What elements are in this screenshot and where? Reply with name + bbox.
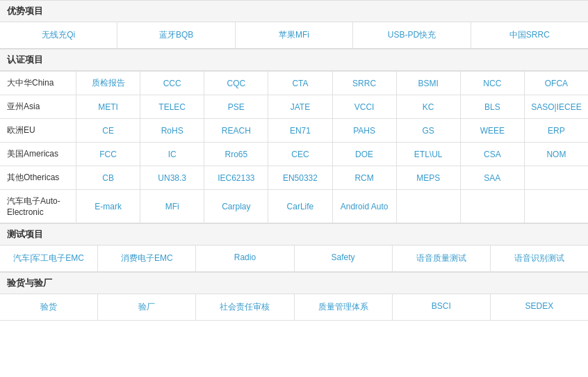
advantage-title: 优势项目 bbox=[0, 0, 588, 22]
cert-cell-2-4[interactable]: GS bbox=[397, 119, 461, 142]
cert-cell-2-6[interactable]: ERP bbox=[525, 119, 588, 142]
cert-cell-5-5 bbox=[461, 190, 525, 223]
cert-cell-0-4[interactable]: BSMI bbox=[397, 72, 461, 95]
verify-title: 验货与验厂 bbox=[0, 272, 588, 294]
verify-cell-2[interactable]: 社会责任审核 bbox=[196, 294, 294, 320]
test-cell-4[interactable]: 语音质量测试 bbox=[393, 246, 491, 271]
test-cell-5[interactable]: 语音识别测试 bbox=[491, 246, 588, 271]
cert-section: 认证项目 大中华China 质检报告 CCC CQC CTA SRRC BSMI… bbox=[0, 49, 588, 223]
cert-cell-4-sub[interactable]: CB bbox=[76, 166, 140, 189]
cert-cell-0-sub[interactable]: 质检报告 bbox=[76, 72, 140, 95]
cert-cell-2-3[interactable]: PAHS bbox=[333, 119, 397, 142]
cert-cell-0-3[interactable]: SRRC bbox=[333, 72, 397, 95]
cert-row-5: 汽车电子Auto-Electronic E-mark MFi Carplay C… bbox=[0, 190, 588, 223]
cert-cell-1-sub[interactable]: METI bbox=[76, 95, 140, 118]
cert-row-label-5: 汽车电子Auto-Electronic bbox=[0, 190, 76, 223]
cert-row-label-4: 其他Othericas bbox=[0, 166, 76, 189]
test-cell-0[interactable]: 汽车|军工电子EMC bbox=[0, 246, 98, 271]
cert-title: 认证项目 bbox=[0, 49, 588, 71]
cert-cell-2-5[interactable]: WEEE bbox=[461, 119, 525, 142]
test-row: 汽车|军工电子EMC 消费电子EMC Radio Safety 语音质量测试 语… bbox=[0, 246, 588, 272]
cert-cell-2-0[interactable]: RoHS bbox=[140, 119, 204, 142]
cert-cell-1-0[interactable]: TELEC bbox=[140, 95, 204, 118]
cert-row-2: 欧洲EU CE RoHS REACH EN71 PAHS GS WEEE ERP bbox=[0, 119, 588, 143]
cert-cell-2-1[interactable]: REACH bbox=[204, 119, 268, 142]
cert-cell-1-5[interactable]: BLS bbox=[461, 95, 525, 118]
cert-cell-0-1[interactable]: CQC bbox=[204, 72, 268, 95]
test-section: 测试项目 汽车|军工电子EMC 消费电子EMC Radio Safety 语音质… bbox=[0, 223, 588, 272]
test-cell-2[interactable]: Radio bbox=[196, 246, 294, 271]
test-cell-1[interactable]: 消费电子EMC bbox=[98, 246, 196, 271]
cert-cell-4-2[interactable]: EN50332 bbox=[268, 166, 332, 189]
verify-cell-3[interactable]: 质量管理体系 bbox=[295, 294, 393, 320]
cert-cell-2-2[interactable]: EN71 bbox=[268, 119, 332, 142]
cert-row-label-2: 欧洲EU bbox=[0, 119, 76, 142]
cert-cell-3-4[interactable]: ETL\UL bbox=[397, 143, 461, 166]
cert-cell-3-6[interactable]: NOM bbox=[525, 143, 588, 166]
cert-cell-0-2[interactable]: CTA bbox=[268, 72, 332, 95]
advantage-cell-0[interactable]: 无线充Qi bbox=[0, 22, 117, 48]
cert-cell-3-0[interactable]: IC bbox=[140, 143, 204, 166]
advantage-cell-4[interactable]: 中国SRRC bbox=[471, 22, 588, 48]
verify-cell-4[interactable]: BSCI bbox=[393, 294, 491, 320]
advantage-cell-2[interactable]: 苹果MFi bbox=[236, 22, 353, 48]
advantage-section: 优势项目 无线充Qi 蓝牙BQB 苹果MFi USB-PD快充 中国SRRC bbox=[0, 0, 588, 49]
cert-cell-0-0[interactable]: CCC bbox=[140, 72, 204, 95]
cert-cell-1-6[interactable]: SASO|IECEE bbox=[525, 95, 588, 118]
cert-cell-3-1[interactable]: Rro65 bbox=[204, 143, 268, 166]
cert-cell-0-6[interactable]: OFCA bbox=[525, 72, 588, 95]
cert-cell-5-2[interactable]: CarLife bbox=[268, 190, 332, 223]
cert-cell-5-0[interactable]: MFi bbox=[140, 190, 204, 223]
cert-row-1: 亚州Asia METI TELEC PSE JATE VCCI KC BLS S… bbox=[0, 95, 588, 119]
advantage-cell-3[interactable]: USB-PD快充 bbox=[353, 22, 471, 48]
cert-cell-4-1[interactable]: IEC62133 bbox=[204, 166, 268, 189]
verify-cell-5[interactable]: SEDEX bbox=[491, 294, 588, 320]
cert-cell-5-1[interactable]: Carplay bbox=[204, 190, 268, 223]
cert-cell-2-sub[interactable]: CE bbox=[76, 119, 140, 142]
cert-cell-5-3[interactable]: Android Auto bbox=[333, 190, 397, 223]
cert-cell-3-3[interactable]: DOE bbox=[333, 143, 397, 166]
cert-cell-0-5[interactable]: NCC bbox=[461, 72, 525, 95]
cert-row-0: 大中华China 质检报告 CCC CQC CTA SRRC BSMI NCC … bbox=[0, 72, 588, 95]
cert-cell-4-5[interactable]: SAA bbox=[461, 166, 525, 189]
advantage-cell-1[interactable]: 蓝牙BQB bbox=[117, 22, 235, 48]
verify-row: 验货 验厂 社会责任审核 质量管理体系 BSCI SEDEX bbox=[0, 294, 588, 321]
cert-container: 大中华China 质检报告 CCC CQC CTA SRRC BSMI NCC … bbox=[0, 71, 588, 223]
test-title: 测试项目 bbox=[0, 223, 588, 246]
cert-cell-1-3[interactable]: VCCI bbox=[333, 95, 397, 118]
verify-section: 验货与验厂 验货 验厂 社会责任审核 质量管理体系 BSCI SEDEX bbox=[0, 272, 588, 321]
cert-cell-3-2[interactable]: CEC bbox=[268, 143, 332, 166]
verify-cell-0[interactable]: 验货 bbox=[0, 294, 98, 320]
advantage-row: 无线充Qi 蓝牙BQB 苹果MFi USB-PD快充 中国SRRC bbox=[0, 22, 588, 49]
cert-cell-4-0[interactable]: UN38.3 bbox=[140, 166, 204, 189]
cert-cell-4-6 bbox=[525, 166, 588, 189]
cert-cell-4-3[interactable]: RCM bbox=[333, 166, 397, 189]
cert-row-label-3: 美国Americas bbox=[0, 143, 76, 166]
cert-row-3: 美国Americas FCC IC Rro65 CEC DOE ETL\UL C… bbox=[0, 143, 588, 166]
cert-cell-5-sub[interactable]: E-mark bbox=[76, 190, 140, 223]
cert-cell-1-4[interactable]: KC bbox=[397, 95, 461, 118]
cert-cell-5-6 bbox=[525, 190, 588, 223]
cert-cell-1-1[interactable]: PSE bbox=[204, 95, 268, 118]
cert-row-4: 其他Othericas CB UN38.3 IEC62133 EN50332 R… bbox=[0, 166, 588, 190]
cert-cell-5-4 bbox=[397, 190, 461, 223]
cert-cell-3-sub[interactable]: FCC bbox=[76, 143, 140, 166]
cert-cell-3-5[interactable]: CSA bbox=[461, 143, 525, 166]
cert-cell-1-2[interactable]: JATE bbox=[268, 95, 332, 118]
test-cell-3[interactable]: Safety bbox=[295, 246, 393, 271]
cert-cell-4-4[interactable]: MEPS bbox=[397, 166, 461, 189]
verify-cell-1[interactable]: 验厂 bbox=[98, 294, 196, 320]
cert-row-label-1: 亚州Asia bbox=[0, 95, 76, 118]
cert-row-label-0: 大中华China bbox=[0, 72, 76, 95]
